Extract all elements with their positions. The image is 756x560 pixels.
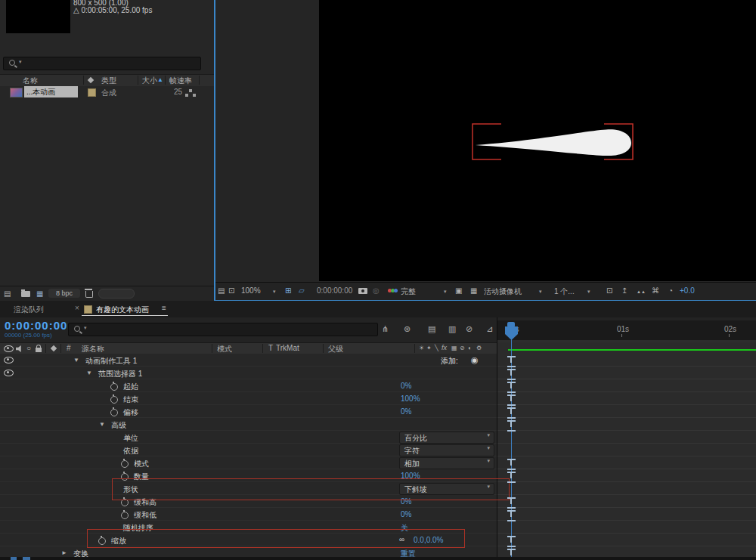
tab-composition[interactable]: 有趣的文本动画 [96,305,149,315]
effects-switch-icon[interactable]: fx [442,344,447,351]
motion-blur-switch-icon[interactable]: ⊘ [460,345,465,351]
column-name[interactable]: 名称 [23,76,38,86]
twirl-icon[interactable]: ► [61,549,67,556]
new-composition-icon[interactable]: ▦ [36,289,43,298]
property-label-based-on[interactable]: 依据 [123,446,138,456]
draft-3d-icon[interactable]: ⊛ [404,324,411,334]
always-preview-icon[interactable]: ▤ [218,286,225,295]
add-menu-icon[interactable]: ◉ [471,355,479,365]
tab-render-queue[interactable]: 渲染队列 [14,305,44,315]
property-row-units[interactable]: 单位百分比▾ [0,431,497,444]
monitor-icon[interactable]: ⊡ [228,286,234,295]
column-framerate[interactable]: 帧速率 [169,76,192,86]
twirl-icon[interactable]: ▼ [99,421,105,428]
property-row-ease-high[interactable]: 缓和高0% [0,495,497,508]
dropdown-units[interactable]: 百分比▾ [399,432,494,444]
column-t[interactable]: T [268,344,273,352]
property-value-amount[interactable]: 100% [401,472,420,480]
property-row-shape[interactable]: 形状下斜坡▾ [0,482,497,495]
audio-column-speaker-icon[interactable] [16,345,23,352]
stopwatch-icon[interactable] [121,473,129,481]
column-parent[interactable]: 父级 [328,344,343,354]
property-row-range-selector-1[interactable]: ▼范围选择器 1 [0,367,497,379]
twirl-icon[interactable]: ▼ [73,357,79,364]
stopwatch-icon[interactable] [121,512,129,519]
channels-icon-blue[interactable] [394,289,398,292]
column-type[interactable]: 类型 [101,76,116,86]
label-column-tag-icon[interactable] [51,345,57,351]
stopwatch-icon[interactable] [110,396,118,404]
item-label-color-swatch[interactable] [88,88,96,97]
property-value-ease-high[interactable]: 0% [401,497,411,506]
mask-visibility-icon[interactable]: ▱ [299,286,305,295]
dropdown-shape[interactable]: 下斜坡▾ [399,483,494,495]
property-value-randomize-order[interactable]: 关 [401,523,408,534]
selection-bracket-left[interactable] [472,124,501,159]
property-label-ease-high[interactable]: 缓和高 [134,497,156,508]
column-mode[interactable]: 模式 [217,344,232,354]
property-value-ease-low[interactable]: 0% [401,510,411,518]
property-label-animator-1[interactable]: 动画制作工具 1 [85,356,137,367]
quality-switch-icon[interactable]: ╲ [435,345,438,351]
time-ruler[interactable]: 0s 01s 02s [497,320,756,341]
transparency-grid-icon[interactable]: ▦ [470,286,477,295]
current-timecode[interactable]: 0:00:00:00 [5,319,67,332]
motion-blur-icon[interactable]: ⊘ [466,324,472,334]
magnification-value[interactable]: 100% [241,286,261,295]
view-caret-icon[interactable]: ▾ [539,289,542,295]
show-snapshot-icon[interactable]: ◎ [373,286,380,295]
layer-number-column[interactable]: # [67,344,71,352]
property-row-amount[interactable]: 数量100% [0,469,497,482]
property-label-range-selector-1[interactable]: 范围选择器 1 [98,369,142,379]
timeline-search-input[interactable]: ▾ [68,323,378,336]
dropdown-mode[interactable]: 相加▾ [399,457,494,469]
stopwatch-icon[interactable] [121,499,129,506]
wedge-shape[interactable] [476,129,631,156]
exposure-value[interactable]: +0.0 [680,286,695,295]
property-row-end[interactable]: 结束100% [0,392,497,405]
magnification-caret-icon[interactable]: ▾ [273,289,276,295]
export-frame-icon[interactable]: ↥ [621,286,627,295]
frame-blend-switch-icon[interactable]: ▦ [451,345,457,351]
adjustment-layer-switch-icon[interactable]: ◐ [468,345,472,351]
frame-blending-icon[interactable]: ▥ [448,324,456,334]
composition-thumbnail[interactable] [6,0,70,33]
panel-menu-icon[interactable]: ≡ [162,304,166,312]
property-label-advanced[interactable]: 高级 [111,420,126,431]
column-trkmat[interactable]: TrkMat [276,344,299,352]
property-label-shape[interactable]: 形状 [123,484,138,495]
property-label-mode[interactable]: 模式 [134,459,149,469]
property-row-based-on[interactable]: 依据字符▾ [0,444,497,456]
property-row-start[interactable]: 起始0% [0,379,497,392]
project-item-row[interactable]: ...本动画 合成 25 [0,86,214,98]
property-row-offset[interactable]: 偏移0% [0,405,497,418]
shy-switch-icon[interactable]: ☀ [419,345,424,351]
view-select[interactable]: 活动摄像机 [484,286,522,297]
property-label-ease-low[interactable]: 缓和低 [134,510,156,521]
view-layout-select[interactable]: 1 个... [554,286,575,297]
lock-column-icon[interactable] [36,348,42,352]
collapse-transformations-icon[interactable]: ✦ [426,345,432,351]
view-layout-caret-icon[interactable]: ▾ [587,289,590,295]
timeline-track-area[interactable] [497,342,756,560]
hide-shy-layers-icon[interactable]: ▤ [428,324,435,334]
dropdown-based-on[interactable]: 字符▾ [399,444,494,456]
close-tab-icon[interactable]: × [75,304,79,312]
property-row-advanced[interactable]: ▼高级 [0,418,497,431]
column-size[interactable]: 大小 [142,76,157,86]
column-source-name[interactable]: 源名称 [82,344,104,354]
resolution-select[interactable]: 完整 [401,286,416,297]
region-of-interest-icon[interactable]: ▣ [455,286,462,295]
exposure-shutter-icon[interactable]: ◔ [668,286,673,295]
eye-icon[interactable] [4,370,14,376]
item-name-selected[interactable]: ...本动画 [24,86,78,97]
new-folder-icon[interactable] [21,291,30,297]
comp-mini-flowchart-icon[interactable]: ⋔ [382,324,389,334]
property-row-randomize-order[interactable]: 随机排序关 [0,521,497,534]
property-label-amount[interactable]: 数量 [134,472,149,482]
twirl-icon[interactable]: ▼ [86,370,92,376]
property-row-mode[interactable]: 模式相加▾ [0,456,497,469]
panel-resize-pill[interactable] [98,289,135,299]
property-row-scale[interactable]: 缩放∞0.0,0.0% [0,534,497,546]
stopwatch-icon[interactable] [110,383,118,391]
